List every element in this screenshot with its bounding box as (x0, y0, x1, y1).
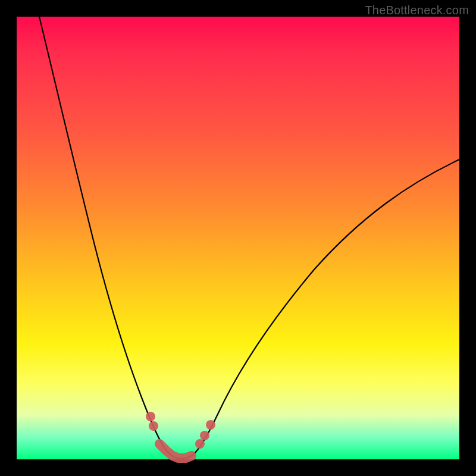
chart-frame: TheBottleneck.com (0, 0, 476, 476)
marker-dot (206, 420, 215, 430)
marker-dot (200, 431, 209, 440)
marker-dot (149, 421, 158, 431)
marker-dot (146, 412, 155, 421)
plot-area (17, 17, 459, 459)
marker-dot (195, 439, 205, 449)
curve-path (39, 17, 459, 459)
bottleneck-curve (17, 17, 459, 459)
watermark-text: TheBottleneck.com (365, 4, 469, 17)
optimal-range-marker (159, 444, 192, 458)
